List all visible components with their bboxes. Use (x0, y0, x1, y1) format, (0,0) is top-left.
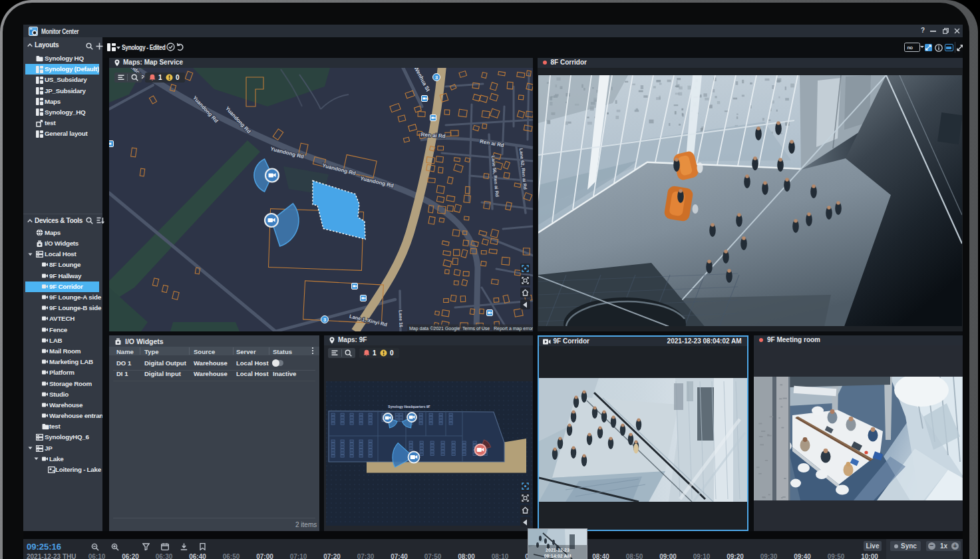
svg-text:Synology Headquarters 9F: Synology Headquarters 9F (388, 405, 430, 409)
svg-text:3: 3 (435, 74, 438, 80)
svg-text:Report a map error: Report a map error (494, 325, 533, 331)
svg-text:3: 3 (323, 316, 326, 322)
svg-text:Lane 16: Lane 16 (399, 309, 404, 327)
svg-text:Terms of Use: Terms of Use (462, 325, 490, 330)
svg-text:2021-12-23: 2021-12-23 (546, 547, 570, 552)
svg-text:Map data ©2021 Google: Map data ©2021 Google (409, 325, 460, 331)
svg-text:08:14:02 AM: 08:14:02 AM (544, 553, 572, 558)
